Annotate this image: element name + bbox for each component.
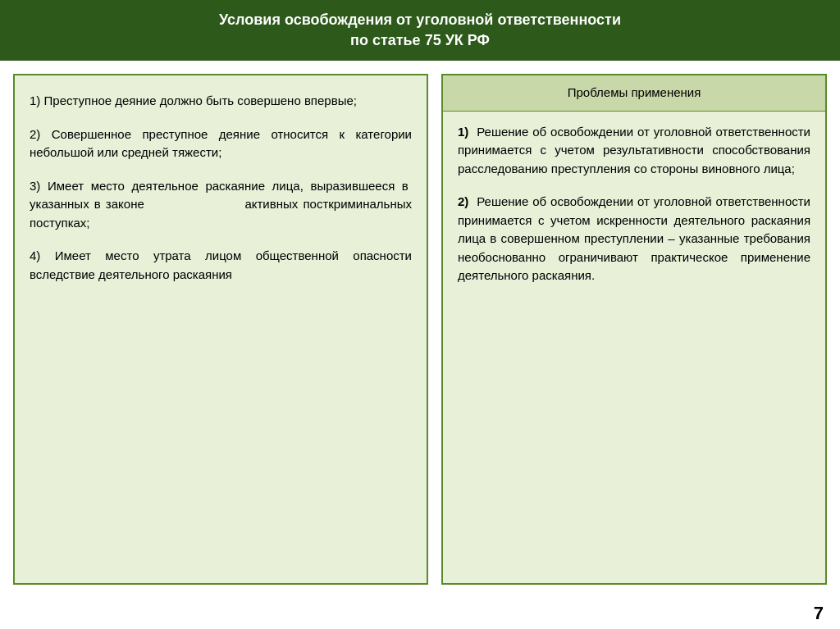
page-number: 7 — [814, 603, 824, 624]
item-text: Совершенное преступное деяние относится … — [30, 127, 412, 160]
item-text: Преступное деяние должно быть совершено … — [44, 93, 357, 107]
content-area: 1) Преступное деяние должно быть соверше… — [0, 61, 840, 598]
list-item: 1) Решение об освобождении от уголовной … — [458, 123, 810, 179]
right-panel-body: 1) Решение об освобождении от уголовной … — [443, 112, 825, 583]
list-item: 4) Имеет место утрата лицом общественной… — [30, 247, 412, 284]
list-item: 2) Совершенное преступное деяние относит… — [30, 125, 412, 162]
list-item: 2) Решение об освобождении от уголовной … — [458, 193, 810, 285]
slide-header: Условия освобождения от уголовной ответс… — [0, 0, 840, 61]
item-text: 1) Решение об освобождении от уголовной … — [458, 123, 810, 179]
item-number: 2) — [30, 127, 52, 141]
item-number: 1) — [30, 93, 44, 107]
item-number: 4) — [30, 248, 55, 262]
left-panel: 1) Преступное деяние должно быть соверше… — [13, 74, 428, 585]
list-item: 3) Имеет место деятельное раскаяние лица… — [30, 177, 412, 233]
footer: 7 — [0, 598, 840, 629]
header-line2: по статье 75 УК РФ — [350, 32, 490, 48]
item-text: Имеет место деятельное раскаяние лица, в… — [30, 179, 412, 230]
item-number: 3) — [30, 179, 48, 193]
right-panel-header: Проблемы применения — [443, 75, 825, 112]
header-line1: Условия освобождения от уголовной ответс… — [219, 11, 621, 28]
item-text: Имеет место утрата лицом общественной оп… — [30, 248, 412, 281]
page-container: Условия освобождения от уголовной ответс… — [0, 0, 840, 629]
list-item: 1) Преступное деяние должно быть соверше… — [30, 92, 412, 111]
right-panel: Проблемы применения 1) Решение об освобо… — [441, 74, 827, 585]
item-text: 2) Решение об освобождении от уголовной … — [458, 193, 810, 285]
